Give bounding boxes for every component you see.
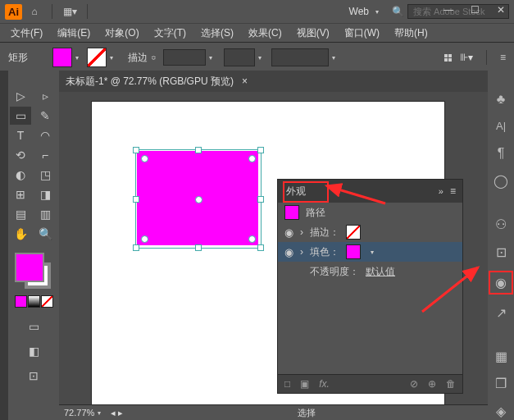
arrange-icon[interactable]: ⊪▾ (460, 52, 473, 63)
document-tab[interactable]: 未标题-1* @ 72.77% (RGB/GPU 预览) × (59, 71, 488, 92)
panel-links-icon[interactable]: ⚇ (492, 216, 510, 233)
anchor-bl[interactable] (141, 235, 148, 243)
visibility-stroke-icon[interactable]: ◉ (284, 226, 293, 239)
duplicate-icon[interactable]: ⊕ (428, 378, 436, 390)
menu-object[interactable]: 对象(O) (98, 26, 146, 40)
maximize-button[interactable]: ☐ (462, 0, 488, 20)
handle-tr[interactable] (257, 147, 264, 153)
fill-row-dd-icon[interactable]: ▾ (367, 249, 377, 256)
panel-collapse-icon[interactable]: » (439, 186, 443, 196)
panel-asset-icon[interactable]: ❐ (492, 375, 510, 392)
arrange-docs-icon[interactable]: ▦▾ (60, 3, 80, 20)
fill-row-swatch[interactable] (346, 244, 361, 259)
selection-bounds (135, 149, 262, 249)
panel-character-icon[interactable]: A| (492, 117, 510, 135)
screen-mode[interactable]: ⊡ (23, 367, 44, 385)
handle-bl[interactable] (133, 244, 139, 251)
tool-direct-select[interactable]: ▹ (34, 87, 56, 105)
fill-dropdown-icon[interactable]: ▾ (72, 54, 82, 62)
panel-transparency-icon[interactable]: ◯ (492, 172, 510, 189)
menu-type[interactable]: 文字(T) (147, 26, 193, 40)
menu-effect[interactable]: 效果(C) (241, 26, 289, 40)
color-mode-solid[interactable] (15, 295, 27, 308)
zoom-level[interactable]: 72.77% (64, 408, 94, 418)
menu-help[interactable]: 帮助(H) (387, 26, 435, 40)
handle-ml[interactable] (133, 196, 139, 203)
artboard-nav[interactable]: ◂ ▸ (111, 408, 123, 418)
panel-swatches-icon[interactable]: ♣ (492, 90, 510, 107)
tool-curve[interactable]: ◠ (34, 126, 56, 144)
anchor-tl[interactable] (141, 155, 148, 162)
tool-hand[interactable]: ✋ (10, 225, 31, 243)
panel-appearance-icon[interactable]: ◉ (489, 271, 513, 294)
stroke-swatch[interactable] (87, 48, 107, 67)
tool-zoom[interactable]: 🔍 (34, 225, 56, 243)
tool-selection[interactable]: ▷ (10, 87, 31, 105)
menu-edit[interactable]: 编辑(E) (50, 26, 98, 40)
add-stroke-icon[interactable]: □ (284, 378, 290, 390)
menu-select[interactable]: 选择(S) (193, 26, 241, 40)
handle-tc[interactable] (195, 147, 202, 153)
expand-fill-icon[interactable]: › (300, 246, 303, 258)
tool-shape-builder[interactable]: ⌐ (34, 146, 56, 164)
fill-stroke-control[interactable] (15, 253, 52, 290)
tool-brush[interactable]: ✎ (34, 107, 56, 125)
appearance-fill-row[interactable]: ◉ › 填色： ▾ (278, 242, 462, 262)
drawmode-behind[interactable]: ◧ (23, 342, 44, 360)
menu-file[interactable]: 文件(F) (3, 26, 50, 40)
panel-export-icon[interactable]: ↗ (492, 304, 510, 322)
workspace-label[interactable]: Web (349, 6, 369, 17)
tool-tr[interactable]: ◨ (34, 185, 56, 203)
home-icon[interactable]: ⌂ (25, 3, 44, 20)
tool-slice[interactable]: ▥ (34, 205, 56, 223)
anchor-center[interactable] (195, 196, 202, 203)
color-mode-gradient[interactable] (28, 295, 40, 308)
brush-def[interactable] (271, 48, 329, 66)
tool-artboard[interactable]: ▤ (10, 205, 31, 223)
workspace-dropdown-icon[interactable]: ▾ (372, 8, 382, 16)
tool-type[interactable]: T (10, 126, 31, 144)
trash-icon[interactable]: 🗑 (446, 378, 456, 390)
opacity-value[interactable]: 默认值 (366, 265, 395, 279)
handle-bc[interactable] (195, 244, 202, 251)
stroke-dropdown-icon[interactable]: ▾ (107, 54, 116, 62)
tool-gradient[interactable]: ◐ (10, 166, 31, 184)
fill-color-icon[interactable] (15, 253, 44, 282)
search-icon[interactable]: 🔍 (392, 6, 404, 17)
menu-view[interactable]: 视图(V) (289, 26, 337, 40)
panel-layers-icon[interactable]: ◈ (492, 403, 510, 420)
clear-appearance-icon[interactable]: ⊘ (410, 378, 418, 390)
tab-close-icon[interactable]: × (242, 75, 248, 87)
stroke-row-swatch[interactable] (346, 225, 361, 240)
anchor-tr[interactable] (248, 155, 256, 162)
panel-artboards-icon[interactable]: ▦ (492, 348, 510, 365)
fill-swatch[interactable] (52, 48, 72, 67)
panel-transform-icon[interactable]: ⊡ (492, 243, 510, 260)
handle-br[interactable] (257, 244, 264, 251)
expand-stroke-icon[interactable]: › (300, 226, 303, 238)
list-icon[interactable]: ≡ (500, 52, 506, 63)
appearance-stroke-row[interactable]: ◉ › 描边： (278, 222, 462, 242)
anchor-br[interactable] (248, 235, 256, 243)
panel-paragraph-icon[interactable]: ¶ (492, 145, 510, 162)
visibility-fill-icon[interactable]: ◉ (284, 246, 293, 258)
stroke-weight-dd[interactable]: ≎ (148, 54, 160, 62)
zoom-dd-icon[interactable]: ▾ (94, 409, 104, 417)
vstroke-profile[interactable] (224, 48, 255, 66)
align-grid-icon[interactable] (444, 54, 452, 62)
menu-window[interactable]: 窗口(W) (337, 26, 387, 40)
close-button[interactable]: ✕ (488, 0, 514, 20)
minimize-button[interactable]: — (435, 0, 462, 20)
panel-menu-icon[interactable]: ≡ (450, 185, 456, 197)
add-fill-icon[interactable]: ▣ (300, 378, 309, 390)
drawmode-normal[interactable]: ▭ (23, 317, 44, 336)
tool-tl[interactable]: ⊞ (10, 185, 31, 203)
stroke-weight-input[interactable] (163, 49, 206, 66)
tool-free-transform[interactable]: ◳ (34, 166, 56, 184)
handle-tl[interactable] (133, 147, 139, 153)
handle-mr[interactable] (257, 196, 264, 203)
color-mode-none[interactable] (41, 295, 53, 308)
add-fx-icon[interactable]: fx. (319, 378, 330, 390)
tool-rotate[interactable]: ⟲ (10, 146, 31, 164)
tool-rectangle[interactable]: ▭ (10, 107, 31, 125)
